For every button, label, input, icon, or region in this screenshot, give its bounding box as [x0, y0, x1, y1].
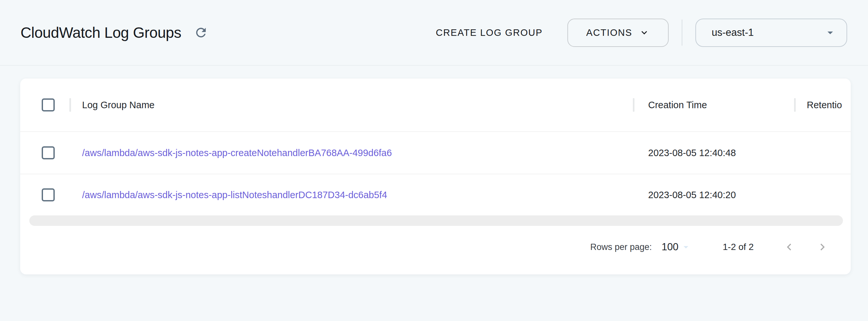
log-group-name-cell: /aws/lambda/aws-sdk-js-notes-app-createN… — [69, 132, 633, 174]
column-header-retention: Retentio — [794, 79, 851, 131]
dropdown-arrow-icon — [680, 241, 691, 253]
row-checkbox-cell — [20, 174, 69, 215]
chevron-right-icon — [815, 240, 829, 254]
refresh-icon — [194, 25, 208, 40]
log-group-link[interactable]: /aws/lambda/aws-sdk-js-notes-app-listNot… — [82, 190, 387, 200]
rows-per-page-select[interactable]: 100 — [661, 241, 691, 253]
log-group-name-cell: /aws/lambda/aws-sdk-js-notes-app-listNot… — [69, 174, 633, 215]
main-content: Log Group Name Creation Time Retentio /a… — [0, 79, 868, 274]
title-wrap: CloudWatch Log Groups — [21, 24, 208, 41]
region-select[interactable]: us-east-1 — [695, 19, 847, 47]
row-checkbox[interactable] — [42, 188, 55, 201]
chevron-left-icon — [782, 240, 796, 254]
actions-button[interactable]: ACTIONS — [567, 19, 669, 47]
pagination: Rows per page: 100 1-2 of 2 — [20, 226, 851, 268]
creation-time-cell: 2023-08-05 12:40:48 — [633, 132, 794, 174]
page-title: CloudWatch Log Groups — [21, 24, 181, 41]
page-range-label: 1-2 of 2 — [723, 242, 754, 252]
column-header-log-group-name: Log Group Name — [69, 79, 633, 131]
horizontal-scrollbar[interactable] — [29, 215, 843, 226]
log-groups-card: Log Group Name Creation Time Retentio /a… — [20, 79, 851, 274]
rows-per-page-value: 100 — [661, 241, 678, 253]
table-row: /aws/lambda/aws-sdk-js-notes-app-createN… — [20, 132, 851, 174]
page-header: CloudWatch Log Groups CREATE LOG GROUP A… — [0, 0, 868, 65]
column-header-creation-time: Creation Time — [633, 79, 794, 131]
column-divider — [794, 98, 796, 112]
column-header-label: Retentio — [807, 100, 842, 111]
table-header-row: Log Group Name Creation Time Retentio — [20, 79, 851, 132]
log-group-link[interactable]: /aws/lambda/aws-sdk-js-notes-app-createN… — [82, 148, 392, 158]
create-log-group-button[interactable]: CREATE LOG GROUP — [431, 24, 547, 41]
chevron-down-icon — [639, 27, 650, 38]
next-page-button[interactable] — [815, 240, 829, 254]
previous-page-button[interactable] — [782, 240, 796, 254]
region-select-value: us-east-1 — [712, 27, 754, 38]
row-checkbox[interactable] — [42, 146, 55, 159]
column-divider — [633, 98, 634, 112]
actions-button-label: ACTIONS — [586, 27, 632, 38]
retention-cell — [794, 174, 851, 215]
row-checkbox-cell — [20, 132, 69, 174]
refresh-button[interactable] — [194, 25, 208, 40]
creation-time-cell: 2023-08-05 12:40:20 — [633, 174, 794, 215]
table-row: /aws/lambda/aws-sdk-js-notes-app-listNot… — [20, 174, 851, 215]
header-actions: CREATE LOG GROUP ACTIONS us-east-1 — [431, 19, 847, 47]
select-all-checkbox[interactable] — [42, 98, 55, 112]
column-divider — [69, 98, 71, 112]
retention-cell — [794, 132, 851, 174]
rows-per-page-label: Rows per page: — [590, 242, 652, 252]
dropdown-arrow-icon — [824, 26, 837, 39]
column-header-label: Creation Time — [648, 100, 707, 111]
header-divider — [682, 20, 682, 46]
column-header-label: Log Group Name — [82, 100, 154, 111]
header-checkbox-cell — [20, 79, 69, 131]
creation-time-value: 2023-08-05 12:40:48 — [648, 148, 736, 158]
creation-time-value: 2023-08-05 12:40:20 — [648, 190, 736, 200]
